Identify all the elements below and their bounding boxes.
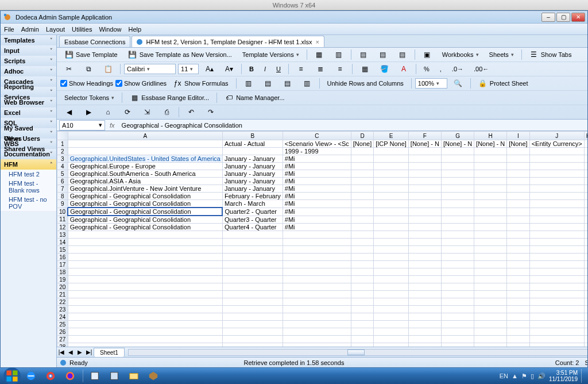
select-all-corner[interactable] [57,132,68,140]
toolbar-icon-4[interactable]: ▤ [374,49,392,60]
row-header[interactable]: 11 [57,216,68,224]
fx-icon[interactable]: fx [110,122,115,129]
cell[interactable] [474,268,507,276]
cell[interactable] [441,268,474,276]
cell[interactable] [507,148,529,155]
spreadsheet-grid[interactable]: ABCDEFGHIJKLM 1Actual - Actual<Scenario … [57,131,587,347]
row-header[interactable]: 16 [57,254,68,261]
cell[interactable] [507,170,529,178]
cell[interactable] [529,231,584,239]
cell[interactable] [222,283,283,291]
cell[interactable] [374,185,409,193]
freeze-panes-button[interactable]: ▥ [240,78,257,89]
align-left-button[interactable]: ≡ [292,63,310,75]
cell[interactable] [351,313,373,321]
cell[interactable] [584,246,587,254]
row-header[interactable]: 4 [57,163,68,170]
cell[interactable] [441,231,474,239]
row-header[interactable]: 7 [57,185,68,193]
show-tabs-button[interactable]: ☰Show Tabs [525,49,576,60]
cell[interactable] [507,224,529,231]
column-header-G[interactable]: G [441,132,474,140]
cell[interactable] [474,313,507,321]
insert-col-button[interactable]: ▥ [299,78,316,89]
cell[interactable]: [None] - N [474,140,507,148]
cell[interactable] [584,321,587,328]
cell[interactable] [351,193,373,200]
cell[interactable] [374,239,409,246]
cell[interactable] [374,328,409,336]
cell[interactable] [474,336,507,343]
cell[interactable] [474,185,507,193]
row-header[interactable]: 28 [57,343,68,347]
cell[interactable]: January - January [222,185,283,193]
tray-network-icon[interactable]: ▯ [531,373,534,380]
nav-fwd-button[interactable]: ▶ [80,106,97,118]
cell[interactable] [584,224,587,231]
tab-essbase-connections[interactable]: Essbase Connections [59,36,130,47]
column-header-A[interactable]: A [68,132,222,140]
workbooks-menu[interactable]: Workbooks ▾ [438,49,483,60]
cell[interactable] [408,321,441,328]
cell[interactable] [351,200,373,208]
cell[interactable] [374,321,409,328]
cell[interactable] [351,148,373,155]
cell[interactable] [474,170,507,178]
cell[interactable] [222,313,283,321]
cell[interactable] [68,239,222,246]
cell[interactable] [507,321,529,328]
cell[interactable] [441,155,474,163]
cell[interactable] [408,193,441,200]
cell[interactable] [441,336,474,343]
cell[interactable] [222,246,283,254]
row-header[interactable]: 1 [57,140,68,148]
taskbar-chrome[interactable] [41,369,60,383]
cell[interactable] [441,321,474,328]
menu-layout[interactable]: Layout [46,26,65,33]
cell[interactable] [441,298,474,306]
cell[interactable] [351,306,373,313]
row-header[interactable]: 6 [57,178,68,185]
cell[interactable] [68,261,222,268]
cell[interactable] [408,306,441,313]
cell[interactable]: #Mi [283,200,351,208]
cell[interactable] [529,283,584,291]
zoom-combo[interactable]: 100%▾ [415,78,447,89]
cell[interactable] [474,321,507,328]
row-header[interactable]: 25 [57,321,68,328]
cell[interactable] [584,328,587,336]
cell[interactable] [408,246,441,254]
row-header[interactable]: 3 [57,155,68,163]
cell[interactable] [374,163,409,170]
row-header[interactable]: 23 [57,306,68,313]
cell[interactable] [408,268,441,276]
row-header[interactable]: 15 [57,246,68,254]
cell[interactable] [474,239,507,246]
selector-tokens-menu[interactable]: Selector Tokens ▾ [60,92,118,103]
cell[interactable] [351,321,373,328]
cell[interactable] [584,239,587,246]
cell[interactable]: #Mi [283,193,351,200]
sidebar-group-excel[interactable]: Excel˅ [1,107,56,118]
cell[interactable] [529,246,584,254]
font-name-combo[interactable]: Calibri▾ [124,64,176,74]
cell[interactable] [68,246,222,254]
redo-button[interactable]: ↷ [202,106,219,118]
cell[interactable]: #Mi [283,216,351,224]
cell[interactable] [408,224,441,231]
cell[interactable] [474,328,507,336]
row-header[interactable]: 26 [57,328,68,336]
cell[interactable] [529,178,584,185]
cell[interactable] [68,148,222,155]
font-color-button[interactable]: A [395,63,412,75]
cell[interactable] [222,321,283,328]
cell[interactable] [222,254,283,261]
cell[interactable] [507,246,529,254]
cell[interactable] [374,170,409,178]
zoom-to-selection-button[interactable]: 🔍 [450,78,467,89]
cell[interactable] [408,155,441,163]
cut-button[interactable]: ✂ [60,63,78,75]
cell[interactable] [408,276,441,283]
row-header[interactable]: 9 [57,200,68,208]
cell[interactable] [408,231,441,239]
